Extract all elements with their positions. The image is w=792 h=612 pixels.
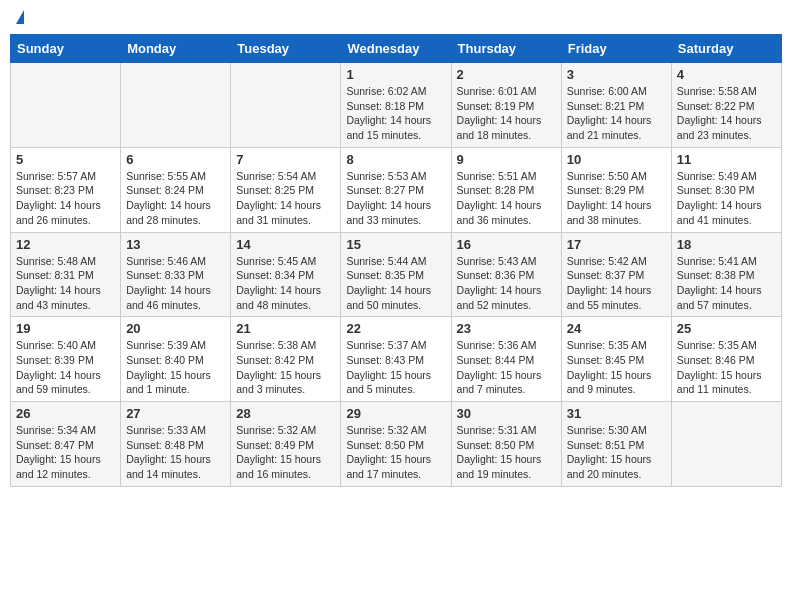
- calendar-cell: 5Sunrise: 5:57 AMSunset: 8:23 PMDaylight…: [11, 147, 121, 232]
- day-info: Sunrise: 5:34 AMSunset: 8:47 PMDaylight:…: [16, 423, 115, 482]
- calendar-header: SundayMondayTuesdayWednesdayThursdayFrid…: [11, 35, 782, 63]
- calendar-cell: [671, 402, 781, 487]
- calendar-cell: [231, 63, 341, 148]
- calendar-cell: 7Sunrise: 5:54 AMSunset: 8:25 PMDaylight…: [231, 147, 341, 232]
- day-number: 17: [567, 237, 666, 252]
- day-info: Sunrise: 5:38 AMSunset: 8:42 PMDaylight:…: [236, 338, 335, 397]
- day-info: Sunrise: 5:43 AMSunset: 8:36 PMDaylight:…: [457, 254, 556, 313]
- day-info: Sunrise: 5:55 AMSunset: 8:24 PMDaylight:…: [126, 169, 225, 228]
- day-info: Sunrise: 5:30 AMSunset: 8:51 PMDaylight:…: [567, 423, 666, 482]
- day-number: 24: [567, 321, 666, 336]
- calendar-cell: 2Sunrise: 6:01 AMSunset: 8:19 PMDaylight…: [451, 63, 561, 148]
- day-info: Sunrise: 5:32 AMSunset: 8:50 PMDaylight:…: [346, 423, 445, 482]
- day-header-friday: Friday: [561, 35, 671, 63]
- calendar-cell: 10Sunrise: 5:50 AMSunset: 8:29 PMDayligh…: [561, 147, 671, 232]
- logo-triangle-icon: [16, 10, 24, 24]
- calendar-cell: 19Sunrise: 5:40 AMSunset: 8:39 PMDayligh…: [11, 317, 121, 402]
- calendar-cell: [11, 63, 121, 148]
- day-info: Sunrise: 5:39 AMSunset: 8:40 PMDaylight:…: [126, 338, 225, 397]
- day-header-thursday: Thursday: [451, 35, 561, 63]
- day-number: 1: [346, 67, 445, 82]
- calendar-cell: 23Sunrise: 5:36 AMSunset: 8:44 PMDayligh…: [451, 317, 561, 402]
- page-header: [10, 10, 782, 26]
- day-info: Sunrise: 5:51 AMSunset: 8:28 PMDaylight:…: [457, 169, 556, 228]
- day-number: 2: [457, 67, 556, 82]
- day-info: Sunrise: 5:40 AMSunset: 8:39 PMDaylight:…: [16, 338, 115, 397]
- calendar-cell: 11Sunrise: 5:49 AMSunset: 8:30 PMDayligh…: [671, 147, 781, 232]
- calendar-cell: 25Sunrise: 5:35 AMSunset: 8:46 PMDayligh…: [671, 317, 781, 402]
- day-number: 19: [16, 321, 115, 336]
- day-number: 29: [346, 406, 445, 421]
- day-info: Sunrise: 5:33 AMSunset: 8:48 PMDaylight:…: [126, 423, 225, 482]
- calendar-cell: 9Sunrise: 5:51 AMSunset: 8:28 PMDaylight…: [451, 147, 561, 232]
- day-number: 23: [457, 321, 556, 336]
- day-number: 26: [16, 406, 115, 421]
- calendar-cell: 21Sunrise: 5:38 AMSunset: 8:42 PMDayligh…: [231, 317, 341, 402]
- day-info: Sunrise: 5:45 AMSunset: 8:34 PMDaylight:…: [236, 254, 335, 313]
- calendar-cell: 31Sunrise: 5:30 AMSunset: 8:51 PMDayligh…: [561, 402, 671, 487]
- calendar-cell: 4Sunrise: 5:58 AMSunset: 8:22 PMDaylight…: [671, 63, 781, 148]
- day-number: 9: [457, 152, 556, 167]
- day-header-tuesday: Tuesday: [231, 35, 341, 63]
- day-number: 6: [126, 152, 225, 167]
- calendar-cell: 12Sunrise: 5:48 AMSunset: 8:31 PMDayligh…: [11, 232, 121, 317]
- calendar-week-3: 12Sunrise: 5:48 AMSunset: 8:31 PMDayligh…: [11, 232, 782, 317]
- day-number: 4: [677, 67, 776, 82]
- calendar-table: SundayMondayTuesdayWednesdayThursdayFrid…: [10, 34, 782, 487]
- day-number: 5: [16, 152, 115, 167]
- day-header-row: SundayMondayTuesdayWednesdayThursdayFrid…: [11, 35, 782, 63]
- day-info: Sunrise: 5:37 AMSunset: 8:43 PMDaylight:…: [346, 338, 445, 397]
- calendar-cell: 22Sunrise: 5:37 AMSunset: 8:43 PMDayligh…: [341, 317, 451, 402]
- calendar-cell: 8Sunrise: 5:53 AMSunset: 8:27 PMDaylight…: [341, 147, 451, 232]
- calendar-week-1: 1Sunrise: 6:02 AMSunset: 8:18 PMDaylight…: [11, 63, 782, 148]
- calendar-cell: 24Sunrise: 5:35 AMSunset: 8:45 PMDayligh…: [561, 317, 671, 402]
- day-header-sunday: Sunday: [11, 35, 121, 63]
- calendar-cell: 1Sunrise: 6:02 AMSunset: 8:18 PMDaylight…: [341, 63, 451, 148]
- day-info: Sunrise: 5:54 AMSunset: 8:25 PMDaylight:…: [236, 169, 335, 228]
- day-number: 15: [346, 237, 445, 252]
- day-number: 27: [126, 406, 225, 421]
- calendar-cell: 16Sunrise: 5:43 AMSunset: 8:36 PMDayligh…: [451, 232, 561, 317]
- day-info: Sunrise: 5:35 AMSunset: 8:46 PMDaylight:…: [677, 338, 776, 397]
- logo: [14, 10, 24, 26]
- day-number: 31: [567, 406, 666, 421]
- calendar-cell: 30Sunrise: 5:31 AMSunset: 8:50 PMDayligh…: [451, 402, 561, 487]
- day-number: 30: [457, 406, 556, 421]
- day-info: Sunrise: 6:02 AMSunset: 8:18 PMDaylight:…: [346, 84, 445, 143]
- day-number: 12: [16, 237, 115, 252]
- day-number: 18: [677, 237, 776, 252]
- day-info: Sunrise: 5:44 AMSunset: 8:35 PMDaylight:…: [346, 254, 445, 313]
- day-number: 3: [567, 67, 666, 82]
- day-info: Sunrise: 5:46 AMSunset: 8:33 PMDaylight:…: [126, 254, 225, 313]
- day-info: Sunrise: 6:01 AMSunset: 8:19 PMDaylight:…: [457, 84, 556, 143]
- day-info: Sunrise: 5:58 AMSunset: 8:22 PMDaylight:…: [677, 84, 776, 143]
- day-number: 7: [236, 152, 335, 167]
- calendar-cell: 17Sunrise: 5:42 AMSunset: 8:37 PMDayligh…: [561, 232, 671, 317]
- day-info: Sunrise: 5:50 AMSunset: 8:29 PMDaylight:…: [567, 169, 666, 228]
- day-number: 25: [677, 321, 776, 336]
- day-info: Sunrise: 5:49 AMSunset: 8:30 PMDaylight:…: [677, 169, 776, 228]
- day-info: Sunrise: 6:00 AMSunset: 8:21 PMDaylight:…: [567, 84, 666, 143]
- day-header-wednesday: Wednesday: [341, 35, 451, 63]
- calendar-cell: 29Sunrise: 5:32 AMSunset: 8:50 PMDayligh…: [341, 402, 451, 487]
- calendar-cell: 20Sunrise: 5:39 AMSunset: 8:40 PMDayligh…: [121, 317, 231, 402]
- day-info: Sunrise: 5:35 AMSunset: 8:45 PMDaylight:…: [567, 338, 666, 397]
- calendar-cell: 13Sunrise: 5:46 AMSunset: 8:33 PMDayligh…: [121, 232, 231, 317]
- day-info: Sunrise: 5:57 AMSunset: 8:23 PMDaylight:…: [16, 169, 115, 228]
- day-header-monday: Monday: [121, 35, 231, 63]
- day-info: Sunrise: 5:32 AMSunset: 8:49 PMDaylight:…: [236, 423, 335, 482]
- calendar-cell: 26Sunrise: 5:34 AMSunset: 8:47 PMDayligh…: [11, 402, 121, 487]
- calendar-cell: 14Sunrise: 5:45 AMSunset: 8:34 PMDayligh…: [231, 232, 341, 317]
- calendar-week-5: 26Sunrise: 5:34 AMSunset: 8:47 PMDayligh…: [11, 402, 782, 487]
- day-info: Sunrise: 5:41 AMSunset: 8:38 PMDaylight:…: [677, 254, 776, 313]
- calendar-cell: 27Sunrise: 5:33 AMSunset: 8:48 PMDayligh…: [121, 402, 231, 487]
- calendar-cell: 3Sunrise: 6:00 AMSunset: 8:21 PMDaylight…: [561, 63, 671, 148]
- day-number: 10: [567, 152, 666, 167]
- day-number: 21: [236, 321, 335, 336]
- calendar-cell: [121, 63, 231, 148]
- calendar-body: 1Sunrise: 6:02 AMSunset: 8:18 PMDaylight…: [11, 63, 782, 487]
- day-number: 16: [457, 237, 556, 252]
- calendar-cell: 28Sunrise: 5:32 AMSunset: 8:49 PMDayligh…: [231, 402, 341, 487]
- day-number: 22: [346, 321, 445, 336]
- day-number: 28: [236, 406, 335, 421]
